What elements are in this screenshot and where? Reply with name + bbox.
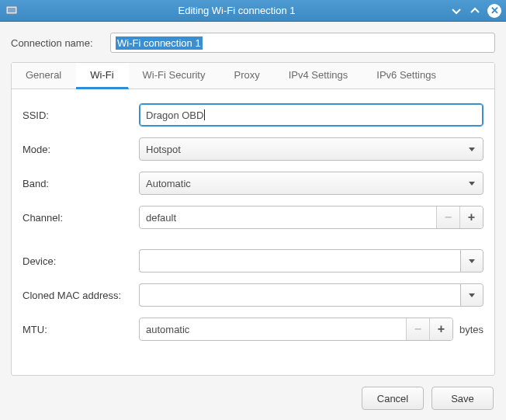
device-combo[interactable] — [139, 249, 483, 272]
connection-name-label: Connection name: — [11, 37, 110, 49]
row-device: Device: — [23, 249, 483, 272]
band-select[interactable]: Automatic — [139, 172, 483, 195]
action-bar: Cancel Save — [11, 387, 495, 410]
minimize-button[interactable] — [450, 5, 463, 17]
titlebar: Editing Wi-Fi connection 1 ✕ — [0, 0, 506, 22]
device-entry[interactable] — [139, 249, 460, 272]
save-button[interactable]: Save — [431, 387, 494, 410]
cloned-mac-combo[interactable] — [139, 283, 483, 307]
mtu-increase-button[interactable]: + — [429, 318, 452, 340]
mode-label: Mode: — [23, 144, 139, 155]
plus-icon: + — [438, 322, 445, 336]
row-mode: Mode: Hotspot — [23, 137, 483, 161]
row-ssid: SSID: Dragon OBD — [23, 103, 483, 127]
app-icon — [5, 4, 19, 18]
tab-ipv6-settings[interactable]: IPv6 Settings — [362, 63, 451, 89]
close-button[interactable]: ✕ — [487, 4, 501, 18]
window-controls: ✕ — [450, 4, 501, 18]
svg-rect-2 — [10, 14, 13, 16]
channel-value: default — [146, 212, 436, 224]
minus-icon: − — [445, 210, 452, 224]
tab-notebook: General Wi-Fi Wi-Fi Security Proxy IPv4 … — [11, 62, 495, 376]
row-band: Band: Automatic — [23, 172, 483, 195]
ssid-input[interactable]: Dragon OBD — [139, 103, 483, 127]
tab-proxy[interactable]: Proxy — [220, 63, 274, 89]
channel-decrease-button[interactable]: − — [436, 207, 459, 228]
chevron-down-icon — [469, 148, 475, 151]
mtu-value: automatic — [146, 324, 406, 335]
minus-icon: − — [414, 322, 421, 336]
cloned-mac-label: Cloned MAC address: — [23, 290, 139, 301]
chevron-down-icon — [469, 182, 475, 186]
device-dropdown-button[interactable] — [460, 249, 483, 272]
tab-general[interactable]: General — [12, 63, 76, 89]
mtu-decrease-button[interactable]: − — [406, 318, 429, 340]
mode-value: Hotspot — [146, 144, 181, 155]
row-cloned-mac: Cloned MAC address: — [23, 283, 483, 307]
chevron-down-icon — [469, 293, 475, 297]
connection-name-value: Wi-Fi connection 1 — [116, 36, 203, 50]
cloned-mac-entry[interactable] — [139, 283, 460, 307]
band-value: Automatic — [146, 178, 191, 189]
tab-content-wifi: SSID: Dragon OBD Mode: Hotspot — [12, 89, 494, 375]
ssid-label: SSID: — [23, 109, 139, 121]
channel-spin[interactable]: default − + — [139, 206, 483, 229]
tabbar: General Wi-Fi Wi-Fi Security Proxy IPv4 … — [12, 63, 494, 89]
mtu-spin[interactable]: automatic − + — [139, 318, 453, 341]
mtu-label: MTU: — [23, 324, 139, 335]
mode-select[interactable]: Hotspot — [139, 137, 483, 161]
tab-ipv4-settings[interactable]: IPv4 Settings — [275, 63, 363, 89]
window-title: Editing Wi-Fi connection 1 — [23, 5, 450, 16]
row-mtu: MTU: automatic − + bytes — [23, 318, 483, 341]
row-channel: Channel: default − + — [23, 206, 483, 229]
ssid-value: Dragon OBD — [146, 109, 203, 121]
connection-name-input[interactable]: Wi-Fi connection 1 — [110, 33, 495, 53]
chevron-down-icon — [469, 259, 475, 263]
plus-icon: + — [468, 210, 475, 224]
close-icon: ✕ — [490, 5, 499, 16]
svg-rect-1 — [8, 8, 16, 12]
connection-name-row: Connection name: Wi-Fi connection 1 — [11, 33, 495, 53]
cloned-mac-dropdown-button[interactable] — [460, 283, 483, 307]
mtu-suffix: bytes — [459, 324, 483, 335]
text-caret — [204, 109, 205, 120]
mtu-spin-buttons: − + — [406, 318, 452, 340]
tab-wifi-security[interactable]: Wi-Fi Security — [129, 63, 220, 89]
cancel-button[interactable]: Cancel — [362, 387, 424, 410]
band-label: Band: — [23, 178, 139, 189]
channel-spin-buttons: − + — [436, 207, 483, 228]
device-label: Device: — [23, 255, 139, 267]
channel-increase-button[interactable]: + — [459, 207, 483, 228]
channel-label: Channel: — [23, 212, 139, 224]
tab-wifi[interactable]: Wi-Fi — [76, 63, 128, 89]
maximize-button[interactable] — [469, 5, 481, 17]
